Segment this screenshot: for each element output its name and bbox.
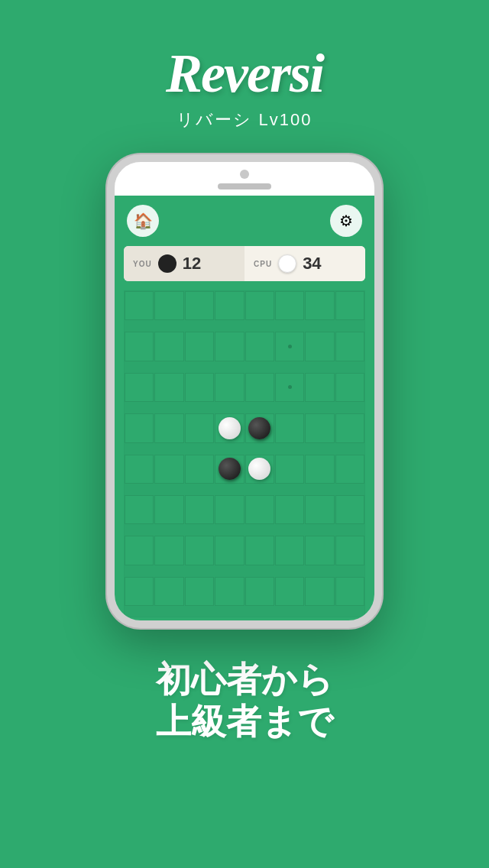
score-bar: YOU 12 CPU 34 bbox=[124, 246, 365, 281]
you-label: YOU bbox=[133, 260, 152, 268]
settings-button[interactable]: ⚙ bbox=[330, 205, 362, 237]
cpu-disc bbox=[278, 254, 296, 273]
board-cell[interactable] bbox=[125, 373, 154, 402]
footer-line2: 上級者まで bbox=[15, 701, 474, 743]
board-cell[interactable] bbox=[305, 373, 334, 402]
disc-white bbox=[219, 417, 241, 439]
you-score-panel: YOU 12 bbox=[124, 246, 244, 281]
board-container bbox=[115, 287, 374, 620]
home-button[interactable]: 🏠 bbox=[127, 205, 159, 237]
board-cell[interactable] bbox=[275, 413, 304, 442]
phone-mockup: 🏠 ⚙ YOU 12 CPU 34 bbox=[107, 154, 382, 628]
board-cell[interactable] bbox=[154, 413, 183, 442]
board-cell[interactable] bbox=[125, 291, 154, 320]
board-cell[interactable] bbox=[245, 291, 274, 320]
board-cell[interactable] bbox=[185, 455, 214, 484]
phone-frame: 🏠 ⚙ YOU 12 CPU 34 bbox=[107, 154, 382, 628]
board-cell[interactable] bbox=[215, 455, 244, 484]
cpu-score-panel: CPU 34 bbox=[244, 246, 365, 281]
you-score: 12 bbox=[183, 254, 201, 274]
board-cell[interactable] bbox=[245, 536, 274, 565]
board-cell[interactable] bbox=[245, 577, 274, 606]
board-cell[interactable] bbox=[185, 577, 214, 606]
board-cell[interactable] bbox=[215, 413, 244, 442]
board-cell[interactable] bbox=[154, 373, 183, 402]
board-cell[interactable] bbox=[275, 332, 304, 361]
board-cell[interactable] bbox=[185, 373, 214, 402]
board-cell[interactable] bbox=[275, 536, 304, 565]
board-cell[interactable] bbox=[305, 455, 334, 484]
disc-white bbox=[248, 458, 270, 480]
board-cell[interactable] bbox=[154, 332, 183, 361]
board-cell[interactable] bbox=[125, 455, 154, 484]
board-cell[interactable] bbox=[305, 577, 334, 606]
phone-camera bbox=[240, 170, 249, 179]
board-cell[interactable] bbox=[335, 455, 364, 484]
board-cell[interactable] bbox=[154, 455, 183, 484]
board-cell[interactable] bbox=[245, 413, 274, 442]
board-cell[interactable] bbox=[185, 291, 214, 320]
board-cell[interactable] bbox=[125, 332, 154, 361]
footer-line1: 初心者から bbox=[15, 659, 474, 701]
board-cell[interactable] bbox=[305, 291, 334, 320]
cpu-score: 34 bbox=[303, 254, 321, 274]
board-cell[interactable] bbox=[185, 495, 214, 524]
app-subtitle: リバーシ Lv100 bbox=[176, 108, 312, 131]
board-cell[interactable] bbox=[245, 373, 274, 402]
board-cell[interactable] bbox=[185, 332, 214, 361]
board-cell[interactable] bbox=[305, 413, 334, 442]
home-icon: 🏠 bbox=[134, 212, 153, 230]
board-cell[interactable] bbox=[215, 577, 244, 606]
board-cell[interactable] bbox=[275, 291, 304, 320]
board-cell[interactable] bbox=[335, 332, 364, 361]
board-cell[interactable] bbox=[305, 495, 334, 524]
board-cell[interactable] bbox=[335, 536, 364, 565]
app-logo: Reversi bbox=[166, 46, 323, 101]
board-cell[interactable] bbox=[154, 536, 183, 565]
board-cell[interactable] bbox=[335, 291, 364, 320]
footer: 初心者から 上級者まで bbox=[0, 628, 489, 766]
disc-black bbox=[219, 458, 241, 480]
board-cell[interactable] bbox=[335, 577, 364, 606]
board-cell[interactable] bbox=[245, 332, 274, 361]
phone-top bbox=[115, 162, 374, 196]
board-cell[interactable] bbox=[245, 495, 274, 524]
phone-screen: 🏠 ⚙ YOU 12 CPU 34 bbox=[115, 196, 374, 620]
board-cell[interactable] bbox=[275, 495, 304, 524]
board-cell[interactable] bbox=[305, 536, 334, 565]
game-board[interactable] bbox=[124, 290, 365, 617]
board-cell[interactable] bbox=[335, 413, 364, 442]
board-cell[interactable] bbox=[275, 455, 304, 484]
disc-black bbox=[248, 417, 270, 439]
board-cell[interactable] bbox=[125, 495, 154, 524]
phone-speaker bbox=[218, 183, 271, 189]
board-cell[interactable] bbox=[335, 495, 364, 524]
header: Reversi リバーシ Lv100 bbox=[0, 0, 489, 131]
board-cell[interactable] bbox=[185, 536, 214, 565]
board-cell[interactable] bbox=[125, 536, 154, 565]
settings-icon: ⚙ bbox=[339, 212, 353, 230]
board-cell[interactable] bbox=[125, 413, 154, 442]
board-cell[interactable] bbox=[215, 291, 244, 320]
board-cell[interactable] bbox=[335, 373, 364, 402]
board-cell[interactable] bbox=[215, 495, 244, 524]
board-cell[interactable] bbox=[154, 291, 183, 320]
board-cell[interactable] bbox=[305, 332, 334, 361]
board-cell[interactable] bbox=[275, 373, 304, 402]
board-cell[interactable] bbox=[125, 577, 154, 606]
top-bar: 🏠 ⚙ bbox=[115, 196, 374, 246]
you-disc bbox=[158, 254, 176, 273]
board-cell[interactable] bbox=[215, 536, 244, 565]
board-cell[interactable] bbox=[215, 332, 244, 361]
board-cell[interactable] bbox=[245, 455, 274, 484]
board-cell[interactable] bbox=[215, 373, 244, 402]
board-cell[interactable] bbox=[154, 577, 183, 606]
board-cell[interactable] bbox=[275, 577, 304, 606]
cpu-label: CPU bbox=[254, 260, 272, 268]
board-cell[interactable] bbox=[154, 495, 183, 524]
board-cell[interactable] bbox=[185, 413, 214, 442]
